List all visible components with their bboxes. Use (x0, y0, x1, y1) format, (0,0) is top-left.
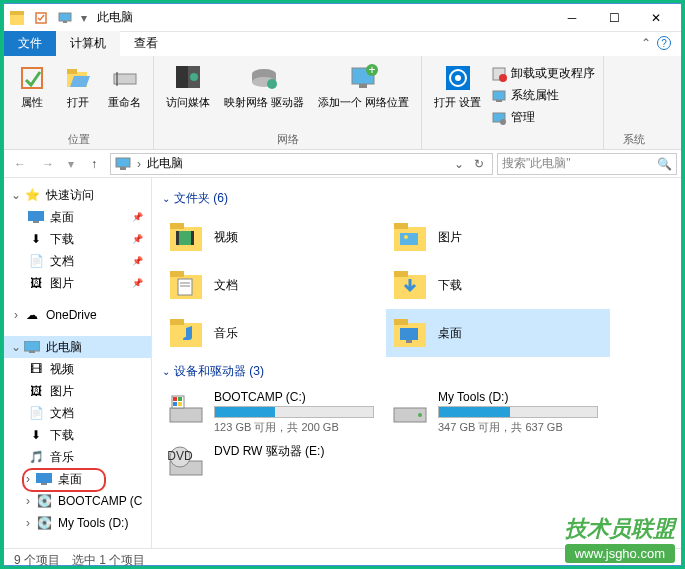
svg-rect-18 (359, 84, 367, 88)
svg-point-29 (500, 119, 506, 125)
ribbon-collapse-icon[interactable]: ⌃ (641, 36, 651, 50)
open-settings-button[interactable]: 打开 设置 (430, 60, 485, 110)
svg-rect-41 (176, 231, 179, 245)
access-media-button[interactable]: 访问媒体 (162, 60, 214, 110)
up-button[interactable]: ↑ (82, 152, 106, 176)
manage-button[interactable]: 管理 (491, 108, 595, 127)
sidebar-item-documents2[interactable]: 📄文档 (4, 402, 151, 424)
sidebar-this-pc[interactable]: ⌄此电脑 (4, 336, 151, 358)
search-input[interactable]: 搜索"此电脑" 🔍 (497, 153, 677, 175)
computer-icon (115, 157, 131, 171)
svg-rect-39 (170, 223, 184, 229)
maximize-button[interactable]: ☐ (594, 5, 634, 31)
drive-c[interactable]: BOOTCAMP (C:) 123 GB 可用，共 200 GB (162, 386, 386, 439)
drive-d[interactable]: My Tools (D:) 347 GB 可用，共 637 GB (386, 386, 610, 439)
sidebar-item-downloads[interactable]: ⬇下载📌 (4, 228, 151, 250)
svg-rect-32 (28, 211, 44, 221)
tab-file[interactable]: 文件 (4, 31, 56, 56)
folder-desktop[interactable]: 桌面 (386, 309, 610, 357)
address-bar[interactable]: › 此电脑 ⌄ ↻ (110, 153, 493, 175)
system-properties-button[interactable]: 系统属性 (491, 86, 595, 105)
drive-d-name: My Tools (D:) (438, 390, 606, 404)
svg-point-23 (455, 75, 461, 81)
map-drive-button[interactable]: 映射网络 驱动器 (220, 60, 308, 110)
svg-rect-33 (33, 221, 39, 223)
svg-rect-10 (176, 66, 188, 88)
monitor-icon[interactable] (57, 10, 73, 26)
ribbon: 属性 打开 重命名 位置 访问媒体 映射网络 驱动器 +添加一个 网络位置 网络… (4, 56, 681, 150)
folder-documents[interactable]: 文档 (162, 261, 386, 309)
svg-text:+: + (368, 63, 375, 77)
svg-rect-7 (67, 69, 77, 74)
sidebar-item-video[interactable]: 🎞视频 (4, 358, 151, 380)
pin-icon: 📌 (132, 212, 143, 222)
svg-rect-3 (59, 13, 71, 21)
sidebar-onedrive[interactable]: ›☁OneDrive (4, 304, 151, 326)
folder-music[interactable]: 音乐 (162, 309, 386, 357)
svg-rect-34 (24, 341, 40, 351)
tab-view[interactable]: 查看 (120, 31, 172, 56)
help-icon[interactable]: ? (657, 36, 671, 50)
drive-e-name: DVD RW 驱动器 (E:) (214, 443, 382, 460)
svg-rect-65 (178, 402, 182, 406)
address-bar-row: ← → ▾ ↑ › 此电脑 ⌄ ↻ 搜索"此电脑" 🔍 (4, 150, 681, 178)
app-icon (9, 10, 25, 26)
forward-button[interactable]: → (36, 152, 60, 176)
folder-video[interactable]: 视频 (162, 213, 386, 261)
svg-rect-58 (400, 328, 418, 340)
sidebar-item-mytools[interactable]: ›💽My Tools (D:) (4, 512, 151, 534)
svg-rect-62 (173, 397, 177, 401)
svg-point-46 (404, 235, 408, 239)
status-selected-count: 选中 1 个项目 (72, 552, 145, 569)
section-drives[interactable]: ⌄设备和驱动器 (3) (162, 357, 671, 386)
drive-d-bar (438, 406, 598, 418)
folder-pictures[interactable]: 图片 (386, 213, 610, 261)
status-item-count: 9 个项目 (14, 552, 60, 569)
properties-icon[interactable] (33, 10, 49, 26)
svg-point-25 (499, 74, 507, 82)
sidebar-item-documents[interactable]: 📄文档📌 (4, 250, 151, 272)
tab-computer[interactable]: 计算机 (56, 31, 120, 56)
svg-rect-60 (170, 408, 202, 422)
recent-dropdown-icon[interactable]: ▾ (64, 152, 78, 176)
qat-dropdown-icon[interactable]: ▾ (81, 11, 87, 25)
folder-downloads[interactable]: 下载 (386, 261, 610, 309)
svg-rect-49 (178, 279, 192, 295)
properties-button[interactable]: 属性 (12, 60, 52, 110)
ribbon-tabs: 文件 计算机 查看 ⌃ ? (4, 32, 681, 56)
svg-rect-37 (41, 483, 47, 485)
svg-rect-42 (191, 231, 194, 245)
address-dropdown-icon[interactable]: ⌄ (454, 157, 464, 171)
sidebar-item-pictures2[interactable]: 🖼图片 (4, 380, 151, 402)
rename-button[interactable]: 重命名 (104, 60, 145, 110)
add-network-location-button[interactable]: +添加一个 网络位置 (314, 60, 413, 110)
svg-point-16 (267, 79, 277, 89)
close-button[interactable]: ✕ (636, 5, 676, 31)
section-folders[interactable]: ⌄文件夹 (6) (162, 184, 671, 213)
svg-rect-63 (178, 397, 182, 401)
minimize-button[interactable]: ─ (552, 5, 592, 31)
sidebar-item-downloads2[interactable]: ⬇下载 (4, 424, 151, 446)
svg-rect-48 (170, 271, 184, 277)
pin-icon: 📌 (132, 278, 143, 288)
refresh-icon[interactable]: ↻ (470, 157, 488, 171)
svg-rect-44 (394, 223, 408, 229)
status-bar: 9 个项目 选中 1 个项目 (4, 548, 681, 569)
open-button[interactable]: 打开 (58, 60, 98, 110)
sidebar-item-music[interactable]: 🎵音乐 (4, 446, 151, 468)
uninstall-button[interactable]: 卸载或更改程序 (491, 64, 595, 83)
svg-rect-4 (63, 21, 67, 23)
ribbon-group-location: 属性 打开 重命名 位置 (4, 56, 154, 149)
sidebar-item-desktop2[interactable]: ›桌面 (4, 468, 151, 490)
quick-access-toolbar: ▾ (9, 10, 87, 26)
sidebar-quick-access[interactable]: ⌄⭐快速访问 (4, 184, 151, 206)
sidebar-item-bootcamp[interactable]: ›💽BOOTCAMP (C (4, 490, 151, 512)
content-pane: ⌄文件夹 (6) 视频 图片 文档 下载 音乐 桌面 ⌄设备和驱动器 (3) B… (152, 178, 681, 548)
svg-rect-64 (173, 402, 177, 406)
drive-e[interactable]: DVD DVD RW 驱动器 (E:) (162, 439, 386, 487)
back-button[interactable]: ← (8, 152, 32, 176)
sidebar-item-desktop[interactable]: 桌面📌 (4, 206, 151, 228)
svg-text:DVD: DVD (167, 449, 193, 463)
sidebar-item-pictures[interactable]: 🖼图片📌 (4, 272, 151, 294)
search-placeholder: 搜索"此电脑" (502, 155, 571, 172)
